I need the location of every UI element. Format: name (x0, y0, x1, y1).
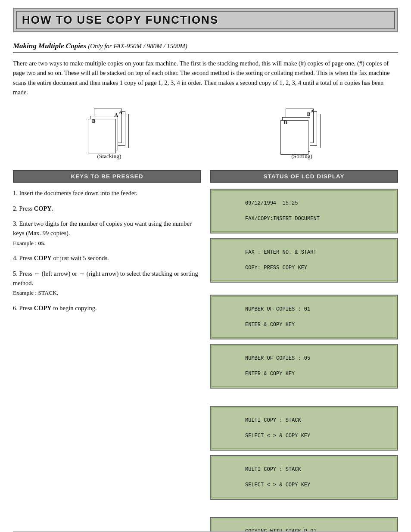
lcd-display-2: FAX : ENTER NO. & START COPY: PRESS COPY… (210, 238, 398, 283)
keys-header: KEYS TO BE PRESSED (13, 170, 201, 183)
sort-label-b: B (284, 119, 287, 126)
page-title: HOW TO USE COPY FUNCTIONS (22, 13, 389, 27)
step-3-example: Example : 05. (13, 239, 201, 248)
stacking-diagram: B A B A (Stacking) (88, 105, 131, 160)
sorting-diagram: A A B B (Sorting) (280, 105, 324, 160)
lcd3-line2: ENTER & COPY KEY (245, 322, 295, 328)
stack-label-a2: A (115, 112, 118, 118)
lcd1-line1: 09/12/1994 15:25 (245, 200, 298, 206)
step-1-number: 1. (13, 190, 19, 196)
lcd4-line2: ENTER & COPY KEY (245, 371, 295, 377)
lcd1-line2: FAX/COPY:INSERT DOCUMENT (245, 216, 320, 222)
step-3: 3. Enter two digits for the number of co… (13, 219, 201, 248)
step-4-bold: COPY (34, 255, 52, 261)
status-column: STATUS OF LCD DISPLAY 09/12/1994 15:25 F… (210, 170, 398, 532)
lcd-spacer-1 (210, 287, 398, 295)
lcd5-line1: MULTI COPY : STACK (245, 417, 301, 423)
lcd-display-3: NUMBER OF COPIES : 01 ENTER & COPY KEY (210, 295, 398, 339)
content-area: Making Multiple Copies (Only for FAX-950… (13, 32, 398, 532)
steps-list: 1. Insert the documents face down into t… (13, 189, 201, 313)
step-3-number: 3. (13, 220, 19, 227)
step-2-after: . (52, 205, 53, 212)
step-1-text: Insert the documents face down into the … (19, 190, 138, 196)
section-subtitle: (Only for FAX-950M / 980M / 1500M) (88, 43, 187, 50)
lcd-display-6: MULTI COPY : STACK SELECT < > & COPY KEY (210, 455, 398, 500)
step-6: 6. Press COPY to begin copying. (13, 304, 201, 313)
step-4-after: or just wait 5 seconds. (52, 255, 109, 261)
lcd5-line2: SELECT < > & COPY KEY (245, 433, 310, 439)
keys-column: KEYS TO BE PRESSED 1. Insert the documen… (13, 170, 201, 532)
body-text: There are two ways to make multiple copi… (13, 59, 398, 97)
page-header: HOW TO USE COPY FUNCTIONS (13, 8, 398, 32)
step-2: 2. Press COPY. (13, 204, 201, 214)
status-header: STATUS OF LCD DISPLAY (210, 170, 398, 183)
lcd6-line2: SELECT < > & COPY KEY (245, 482, 310, 488)
lcd-display-1: 09/12/1994 15:25 FAX/COPY:INSERT DOCUMEN… (210, 189, 398, 233)
lcd-display-5: MULTI COPY : STACK SELECT < > & COPY KEY (210, 406, 398, 451)
lcd3-line1: NUMBER OF COPIES : 01 (245, 306, 310, 312)
diagrams-row: B A B A (Stacking) A (13, 105, 398, 160)
lcd2-line1: FAX : ENTER NO. & START (245, 249, 317, 255)
stack-label-a: A (119, 109, 123, 116)
lcd2-line2: COPY: PRESS COPY KEY (245, 265, 307, 271)
step-5-number: 5. Press ← (left arrow) or → (right arro… (13, 270, 198, 286)
lcd-spacer-3 (210, 504, 398, 517)
lcd4-line1: NUMBER OF COPIES : 05 (245, 355, 310, 361)
step-5-example: Example : STACK. (13, 289, 201, 297)
sort-drawing: A A B B (280, 105, 324, 150)
page-wrapper: HOW TO USE COPY FUNCTIONS Making Multipl… (0, 8, 411, 532)
stacking-label: (Stacking) (97, 153, 121, 160)
lcd-display-4: NUMBER OF COPIES : 05 ENTER & COPY KEY (210, 344, 398, 389)
step-4-number: 4. Press (13, 255, 34, 261)
step-6-bold: COPY (34, 305, 52, 311)
step-2-number: 2. Press (13, 205, 34, 212)
step-2-bold: COPY (34, 205, 52, 212)
section-title-main: Making Multiple Copies (13, 42, 86, 50)
step-3-text: Enter two digits for the number of copie… (13, 220, 192, 236)
lcd6-line1: MULTI COPY : STACK (245, 467, 301, 473)
step-6-after: to begin copying. (52, 305, 97, 311)
section-title: Making Multiple Copies (Only for FAX-950… (13, 42, 398, 53)
sort-label-a: A (311, 109, 314, 115)
sort-label-b-top: B (307, 111, 311, 118)
two-column-layout: KEYS TO BE PRESSED 1. Insert the documen… (13, 170, 398, 532)
step-1: 1. Insert the documents face down into t… (13, 189, 201, 198)
step-4: 4. Press COPY or just wait 5 seconds. (13, 254, 201, 263)
step-5: 5. Press ← (left arrow) or → (right arro… (13, 269, 201, 298)
lcd-spacer-2 (210, 393, 398, 406)
lcd-display-7: COPYING WITH STACK P.01 (210, 517, 398, 532)
stack-drawing: B A B A (88, 105, 131, 150)
step-6-number: 6. Press (13, 305, 34, 311)
stack-label-b: B (92, 118, 96, 124)
